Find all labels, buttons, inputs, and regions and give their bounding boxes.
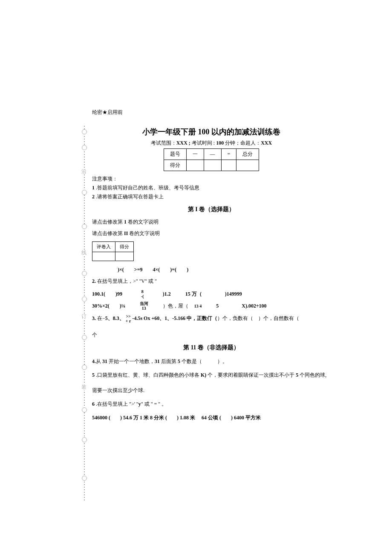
q2-item: 100.1( xyxy=(92,291,105,297)
table-row: 题号 一 — = 总分 xyxy=(164,149,259,160)
q-text: 后面第 xyxy=(160,358,178,364)
notice-item: 1 .答题前填写好自己的姓名、班级、考号等信息 xyxy=(92,184,331,192)
q-text: ) 6400 平方米 xyxy=(231,415,261,421)
score-header: = xyxy=(221,149,236,160)
score-row-label: 得分 xyxy=(164,160,186,171)
binding-circle xyxy=(82,407,87,413)
q-text: 个同色的球, xyxy=(298,372,326,378)
question-1: )×( >=9 4×( )=( ) xyxy=(118,266,331,273)
instr-text: 请点击修改第 xyxy=(92,230,124,236)
q-num: 3. xyxy=(92,315,96,321)
q2-item: 30%×2( xyxy=(92,303,110,309)
grader-cell xyxy=(115,252,134,261)
binding-circle xyxy=(82,129,87,134)
subtitle-time-unit: 分钟；命超人： xyxy=(224,140,261,146)
subtitle-range: XXX ; xyxy=(176,140,190,146)
q-text: 从 xyxy=(96,358,102,364)
score-header: 总分 xyxy=(236,149,259,160)
subtitle-time-label: 考试时间 : xyxy=(190,140,216,146)
question-3: 3. 在−5、8.3、 >> + r -4.5s Ox +60、1、-5.166… xyxy=(92,314,331,339)
q2-item: 15 万（ xyxy=(185,291,202,298)
instr-text: 卷的文字说明 xyxy=(127,219,159,225)
q2-item: 5 xyxy=(216,303,219,309)
q-text: .口袋里放有红、黄、球、白四种颜色的小球各 xyxy=(95,372,201,378)
subtitle-range-label: 考试范围： xyxy=(151,140,176,146)
q-num: 2. xyxy=(92,278,96,284)
q-text: ）个，负数有（ ）个，自然数有（ xyxy=(217,315,299,321)
q2-fraction: 8 -( xyxy=(141,289,144,299)
frac-bot: 13 xyxy=(142,306,146,311)
q-text: 31 xyxy=(102,358,107,364)
q-text: 需要一次摸出至少个球. xyxy=(92,387,144,393)
binding-circle xyxy=(82,190,87,195)
q-text: 个数是（ ）。 xyxy=(180,358,228,364)
score-cell xyxy=(236,160,259,171)
q-text: .在括号里填上 ">' " xyxy=(95,401,138,407)
score-cell xyxy=(186,160,204,171)
score-table: 题号 一 — = 总分 得分 xyxy=(164,148,259,171)
binding-char: 线 xyxy=(81,250,86,256)
grader-header: 评卷入 xyxy=(92,242,115,252)
binding-circle xyxy=(82,365,87,370)
question-6: 6 .在括号里填上 ">' "y" 或 " = " 。 xyxy=(92,400,331,408)
frac-den: -( xyxy=(141,294,144,299)
binding-char: 装 xyxy=(81,384,86,390)
grader-cell xyxy=(92,252,115,261)
grader-header: 得分 xyxy=(115,242,134,252)
q-text: -4.5s Ox +60、1、-5.166 中，正数仃（ xyxy=(132,315,217,321)
section-2-header: 第 11 卷（非选择题） xyxy=(92,344,331,352)
binding-circle xyxy=(82,437,87,442)
frac-top: >> xyxy=(126,314,130,319)
notice-text: .答题前填写好自己的姓名、班级、考号等信息 xyxy=(95,185,199,191)
q-text: 31 xyxy=(155,358,160,364)
question-5: 5 .口袋里放有红、黄、球、白四种颜色的小球各 K) 个，要求闭着眼睛保证一次摸… xyxy=(92,371,331,394)
instruction-2: 请点击修改第 II 卷的文字说明 xyxy=(92,230,331,237)
frac-top: 当河 xyxy=(140,301,148,306)
q2-item: )149999 xyxy=(225,291,242,297)
instr-text: 卷的文字说明 xyxy=(128,230,160,236)
table-row xyxy=(92,252,134,261)
binding-circle xyxy=(82,271,87,276)
q-text: 546000 ( xyxy=(92,415,110,421)
question-2-row-2: 30%×2( )⅛ 当河 13 ）色，屋（ 13 4 5 X).002÷100 xyxy=(92,301,331,311)
notice-item: 2 .请将答案正确填写在答题卡上 xyxy=(92,193,331,200)
exam-subtitle: 考试范围：XXX ; 考试时间 : 100 分钟；命超人：XXX xyxy=(92,139,331,147)
score-header: 题号 xyxy=(164,149,186,160)
confidential-label: 纶密★启用前 xyxy=(92,109,331,116)
binding-char: 沿 xyxy=(81,169,86,174)
q2-fraction: 当河 13 xyxy=(140,301,148,311)
binding-circle xyxy=(82,335,87,340)
q-text: 在− xyxy=(96,315,105,321)
binding-circle xyxy=(82,145,87,150)
q2-item: )1.2 xyxy=(163,291,171,297)
question-4: 4.从 31 开始一个一个地数，31 后面第 5 个数是（ ）。 xyxy=(92,357,331,365)
q-text: ) 54.6 万 1 米 8 分米 ( xyxy=(120,415,167,421)
q3-fraction: >> + r xyxy=(126,314,131,323)
q2-item: X).002÷100 xyxy=(242,303,266,309)
q2-item: )⅛ xyxy=(120,303,125,309)
score-cell xyxy=(204,160,221,171)
binding-circle xyxy=(82,476,87,481)
notice-text: .请将答案正确填写在答题卡上 xyxy=(95,194,164,200)
q-text: 开始一个一个地数， xyxy=(107,358,155,364)
q-text: K) xyxy=(201,372,206,378)
score-header: 一 xyxy=(186,149,204,160)
question-7: 546000 ( ) 54.6 万 1 米 8 分米 ( ) 1.08 米 64… xyxy=(92,414,331,421)
table-row: 评卷入 得分 xyxy=(92,242,134,252)
frac-bot: + r xyxy=(126,319,131,323)
table-row: 得分 xyxy=(164,160,259,171)
question-2-row-1: 100.1( )99 8 -( )1.2 15 万（ )149999 xyxy=(92,289,331,299)
subtitle-author: XXX xyxy=(261,140,272,146)
q-text: 5、8.3、 xyxy=(105,315,124,321)
frac-top: 13 4 xyxy=(194,304,202,308)
instruction-1: 请点击修改第 1 卷的文字说明 xyxy=(92,218,331,226)
q2-fraction: 13 4 xyxy=(194,304,202,308)
q-text: 个，要求闭着眼睛保证一次摸出不小于 xyxy=(206,372,296,378)
notice-header: 注意事项： xyxy=(92,175,331,183)
q-num: 4. xyxy=(92,358,96,364)
subtitle-time: 100 xyxy=(216,140,224,146)
q2-item: ）色，屋（ xyxy=(163,302,188,310)
q-text: " 或 " = " 。 xyxy=(141,401,167,407)
binding-circle xyxy=(82,296,87,302)
q-text: ) 1.08 米 64 公顷 ( xyxy=(177,415,221,421)
